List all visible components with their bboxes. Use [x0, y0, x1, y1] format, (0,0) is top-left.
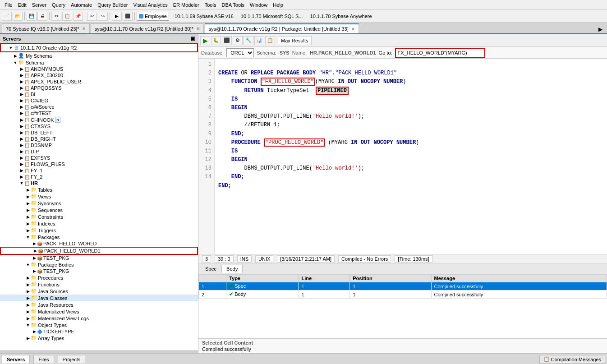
hr-functions[interactable]: ▶ 📁 Functions [0, 281, 198, 288]
hr-tables-expander[interactable]: ▶ [25, 187, 31, 193]
hr-tables[interactable]: ▶ 📁 Tables [0, 186, 198, 193]
bottombar-servers[interactable]: Servers [2, 355, 30, 364]
tab-1[interactable]: sys@10.1.1.70 Oracle v11g R2 [Untitled 3… [91, 23, 204, 33]
dbright-expander[interactable]: ▶ [19, 136, 24, 142]
fy1-expander[interactable]: ▶ [19, 168, 24, 173]
schema-apexpublic[interactable]: ▶ 📋 APEX_PUBLIC_USER [0, 78, 198, 85]
schema-exfsys[interactable]: ▶ 📋 EXFSYS [0, 155, 198, 161]
package-test-pkg[interactable]: ▶ 📦 TEST_PKG [0, 255, 198, 261]
flowsfiles-expander[interactable]: ▶ [19, 161, 24, 167]
toolbar-cut[interactable]: ✂ [51, 12, 61, 21]
max-results-box[interactable]: Max Results [278, 36, 312, 45]
hr-javasrc-expander[interactable]: ▶ [25, 289, 31, 294]
schema-dip[interactable]: ▶ 📋 DIP [0, 148, 198, 155]
testpkg-expander[interactable]: ▶ [32, 255, 37, 261]
schema-expander[interactable]: ▼ [13, 60, 18, 65]
dbsnmp-expander[interactable]: ▶ [19, 143, 24, 148]
bottom-tab-body[interactable]: Body [221, 265, 243, 273]
tab-1-close[interactable]: ✕ [196, 26, 200, 31]
hr-matviews-expander[interactable]: ▶ [25, 309, 31, 314]
hr-matviewlogs[interactable]: ▶ 📁 Materialized View Logs [0, 315, 198, 322]
ed-stop-btn[interactable]: ⬛ [222, 36, 232, 45]
schema-cieg[interactable]: ▶ 📋 C##IEG [0, 97, 198, 104]
package-pack-hello-world[interactable]: ▶ 📦 PACK_HELLO_WORLD [0, 240, 198, 247]
hr-package-bodies[interactable]: ▼ 📁 Package Bodies [0, 261, 198, 268]
hr-synonyms-expander[interactable]: ▶ [25, 201, 31, 206]
toolbar-open[interactable]: 📂 [13, 12, 23, 21]
dbleft-expander[interactable]: ▶ [19, 130, 24, 135]
toolbar-redo[interactable]: ↪ [98, 12, 108, 21]
hr-matviewlogs-expander[interactable]: ▶ [25, 316, 31, 321]
pkgbody-testpkg-expander[interactable]: ▶ [32, 268, 37, 274]
exfsys-expander[interactable]: ▶ [19, 155, 24, 161]
chinook-expander[interactable]: ▶ [19, 117, 24, 123]
pack1-expander[interactable]: ▶ [32, 241, 37, 246]
ed-debug-btn[interactable]: 🐛 [211, 36, 221, 45]
hr-funcs-expander[interactable]: ▶ [25, 282, 31, 287]
tab-scroll-right[interactable]: ▶ [596, 25, 605, 33]
schema-anonymous[interactable]: ▶ 📋 ANONYMOUS [0, 66, 198, 72]
servers-maximize[interactable]: ▣ [191, 36, 195, 41]
appqossys-expander[interactable]: ▶ [19, 85, 24, 91]
tickertype-expander[interactable]: ▶ [32, 329, 37, 334]
table-row[interactable]: 1 ✔ Spec 1 1 Compiled successfully [199, 282, 607, 290]
hr-matviews[interactable]: ▶ 📁 Materialized Views [0, 308, 198, 315]
compilation-messages-btn[interactable]: 📋 Compilation Messages [539, 355, 605, 364]
hr-javasources[interactable]: ▶ 📁 Java Sources [0, 288, 198, 295]
hr-triggers-expander[interactable]: ▶ [25, 228, 31, 233]
tab-0[interactable]: 70 Sybase IQ v16.0 [Untitled 23]* ✕ [2, 23, 90, 33]
menu-edit[interactable]: Edit [15, 1, 29, 9]
schema-flowsfiles[interactable]: ▶ 📋 FLOWS_FILES [0, 161, 198, 167]
hr-javaclass-expander[interactable]: ▶ [25, 295, 31, 301]
toolbar-paste[interactable]: 📌 [73, 12, 83, 21]
schema-node[interactable]: ▼ 📁 Schema [0, 59, 198, 66]
hr-constraints-expander[interactable]: ▶ [25, 214, 31, 220]
menu-dbatools[interactable]: DBA Tools [219, 1, 247, 9]
hr-procedures[interactable]: ▶ 📁 Procedures [0, 274, 198, 281]
myschema-node[interactable]: ▶ 👤 My Schema [0, 52, 198, 59]
hr-packages[interactable]: ▼ 📁 Packages [0, 234, 198, 240]
conn-sybase-ase[interactable]: 10.1.1.69 Sybase ASE v16 [173, 14, 235, 19]
cieg-expander[interactable]: ▶ [19, 98, 24, 103]
objtype-tickertype[interactable]: ▶ 🔷 TICKERTYPE [0, 328, 198, 335]
schema-csource[interactable]: ▶ 📋 c##Source [0, 104, 198, 110]
hr-sequences[interactable]: ▶ 📁 Sequences [0, 207, 198, 213]
bottombar-projects[interactable]: Projects [58, 355, 86, 364]
schema-chinook[interactable]: ▶ 📋 CHINOOK 5 [0, 116, 198, 123]
csource-expander[interactable]: ▶ [19, 104, 24, 110]
ed-step-btn[interactable]: ⚙ [233, 36, 243, 45]
conn-sybase-anywhere[interactable]: 10.1.1.70 Sybase Anywhere [308, 14, 374, 19]
schema-appqossys[interactable]: ▶ 📋 APPQOSSYS [0, 85, 198, 91]
schema-apex030200[interactable]: ▶ 📋 APEX_030200 [0, 72, 198, 78]
server-root-expander[interactable]: ▼ [8, 45, 14, 51]
tab-2[interactable]: sys@10.1.1.70 Oracle v11g R2 | Package: … [205, 23, 359, 33]
server-root-node[interactable]: ▼ 🖥 10.1.1.70 Oracle v11g R2 [0, 43, 198, 52]
tab-0-close[interactable]: ✕ [82, 26, 86, 31]
menu-ermodeler[interactable]: ER Modeler [170, 1, 202, 9]
panel-resize-handle[interactable] [0, 350, 198, 353]
hr-procs-expander[interactable]: ▶ [25, 275, 31, 281]
menu-query[interactable]: Query [49, 1, 68, 9]
pack1-1-expander[interactable]: ▶ [32, 248, 38, 253]
toolbar-copy[interactable]: 📋 [62, 12, 72, 21]
dip-expander[interactable]: ▶ [19, 149, 24, 154]
schema-dbsnmp[interactable]: ▶ 📋 DBSNMP [0, 142, 198, 148]
ctest-expander[interactable]: ▶ [19, 111, 24, 116]
hr-objecttypes[interactable]: ▼ 📁 Object Types [0, 322, 198, 328]
conn-employee[interactable]: Employee [137, 12, 169, 21]
hr-views[interactable]: ▶ 📁 Views [0, 193, 198, 200]
hr-constraints[interactable]: ▶ 📁 Constraints [0, 213, 198, 220]
table-row[interactable]: 2 ✔ Body 1 1 Compiled successfully [199, 290, 607, 299]
pkgbody-test-pkg[interactable]: ▶ 📦 TEST_PKG [0, 268, 198, 274]
ed-run-btn[interactable]: ▶ [200, 36, 210, 45]
myschema-expander[interactable]: ▶ [13, 53, 18, 59]
schema-dbleft[interactable]: ▶ 📋 DB_LEFT [0, 129, 198, 136]
bi-expander[interactable]: ▶ [19, 92, 24, 97]
schema-bi[interactable]: ▶ 📋 BI [0, 91, 198, 97]
hr-expander[interactable]: ▼ [19, 180, 24, 186]
menu-window[interactable]: Window [247, 1, 270, 9]
code-editor[interactable]: 12345 678910 11121314 CREATE OR REPLACE … [198, 59, 607, 254]
hr-views-expander[interactable]: ▶ [25, 194, 31, 199]
hr-triggers[interactable]: ▶ 📁 Triggers [0, 227, 198, 234]
code-content[interactable]: CREATE OR REPLACE PACKAGE BODY "HR"."PAC… [215, 59, 607, 254]
